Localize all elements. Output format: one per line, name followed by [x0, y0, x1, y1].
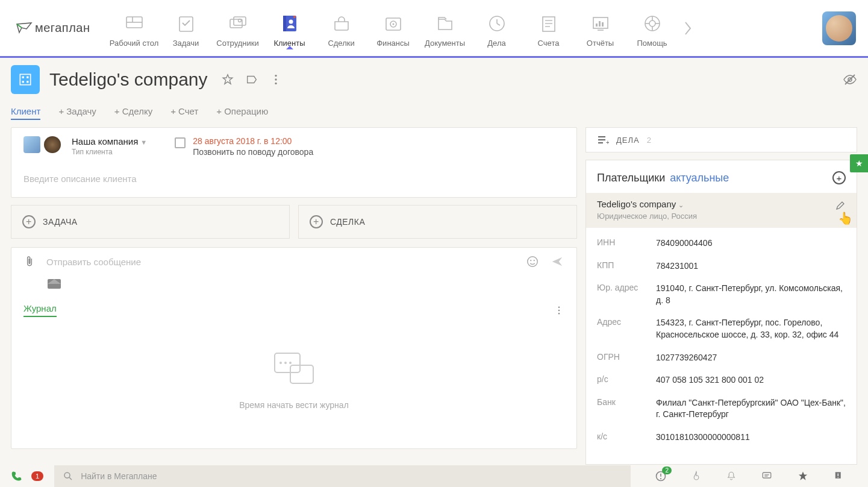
svg-point-67: [838, 477, 839, 479]
svg-point-44: [534, 260, 535, 261]
svg-point-46: [558, 309, 560, 310]
subnav-add-operation[interactable]: + Операцию: [216, 106, 268, 120]
side-star-badge[interactable]: ★: [850, 154, 868, 172]
nav-docs[interactable]: Документы: [419, 0, 471, 48]
create-deal-button[interactable]: + СДЕЛКА: [298, 205, 577, 239]
star-icon[interactable]: [221, 73, 234, 86]
svg-point-47: [558, 313, 560, 314]
svg-point-39: [275, 83, 276, 84]
chat-icon[interactable]: [761, 471, 773, 482]
svg-point-51: [289, 362, 292, 364]
nav-desktop[interactable]: Рабочий стол: [108, 0, 160, 48]
more-icon[interactable]: [269, 73, 283, 86]
add-payer-button[interactable]: +: [832, 171, 846, 184]
global-search[interactable]: Найти в Мегаплане: [54, 465, 631, 487]
user-avatar[interactable]: [822, 11, 856, 45]
svg-rect-62: [763, 473, 771, 478]
nav-employees[interactable]: Сотрудники: [212, 0, 264, 48]
svg-rect-32: [20, 74, 30, 84]
contact-avatars[interactable]: [23, 136, 61, 153]
visibility-off-icon[interactable]: [843, 72, 857, 87]
svg-point-43: [530, 260, 531, 261]
nav-invoices[interactable]: Счета: [523, 0, 575, 48]
task-checkbox[interactable]: [175, 137, 186, 148]
alert-icon[interactable]: 2: [655, 470, 667, 482]
subnav-client[interactable]: Клиент: [11, 106, 40, 120]
svg-rect-33: [22, 77, 24, 78]
payer-selected-row[interactable]: Tedeligo's company ⌄ Юридическое лицо, Р…: [586, 193, 857, 228]
client-description-input[interactable]: Введите описание клиента: [23, 174, 564, 184]
nav-clients[interactable]: Клиенты: [264, 0, 316, 48]
svg-point-27: [649, 20, 655, 27]
flag-icon[interactable]: [833, 470, 844, 482]
bell-icon[interactable]: [726, 470, 737, 482]
tag-icon[interactable]: [245, 73, 258, 86]
svg-rect-23: [599, 21, 601, 27]
subnav-add-deal[interactable]: + Сделку: [114, 106, 152, 120]
company-icon: [11, 65, 40, 94]
nav-reports[interactable]: Отчёты: [575, 0, 626, 48]
page-actions: [221, 73, 283, 86]
journal-empty-state: Время начать вести журнал: [23, 317, 564, 434]
journal-tab[interactable]: Журнал: [23, 303, 57, 317]
detail-row: Юр. адрес191040, г. Санкт-Петербург, ул.…: [597, 283, 846, 306]
svg-point-9: [289, 20, 293, 24]
nav-finance[interactable]: Финансы: [367, 0, 419, 48]
caret-down-icon[interactable]: ▼: [140, 139, 147, 146]
create-task-button[interactable]: + ЗАДАЧА: [11, 205, 290, 239]
chevron-down-icon[interactable]: ⌄: [678, 201, 684, 209]
client-type-label: Тип клиента: [72, 148, 147, 156]
phone-icon[interactable]: [11, 470, 23, 482]
payers-title: Плательщики: [597, 172, 665, 184]
detail-row: КПП784231001: [597, 260, 846, 272]
svg-rect-36: [27, 81, 28, 83]
dela-card[interactable]: + ДЕЛА 2: [585, 127, 857, 152]
task-date[interactable]: 28 августа 2018 г. в 12:00: [193, 136, 313, 146]
journal-more-icon[interactable]: [554, 305, 564, 316]
page-header: Tedeligo's company: [11, 65, 857, 94]
svg-point-38: [275, 78, 276, 80]
svg-point-45: [558, 306, 560, 307]
svg-rect-35: [22, 81, 24, 83]
dela-label: ДЕЛА: [616, 136, 640, 145]
svg-rect-48: [275, 353, 300, 372]
star-solid-icon[interactable]: [797, 470, 809, 482]
topbar: мегаплан Рабочий столЗадачиСотрудникиКли…: [0, 0, 868, 58]
nav-help[interactable]: Помощь: [626, 0, 678, 48]
payers-filter-link[interactable]: актуальные: [670, 172, 729, 184]
svg-line-58: [69, 477, 72, 480]
logo-text: мегаплан: [35, 21, 90, 35]
client-company-name[interactable]: Наша компания: [72, 136, 138, 146]
logo[interactable]: мегаплан: [16, 21, 90, 35]
detail-row: ОГРН1027739260427: [597, 352, 846, 364]
phone-badge: 1: [31, 471, 43, 481]
search-icon: [63, 471, 73, 482]
page-title: Tedeligo's company: [49, 69, 208, 90]
nav-activities[interactable]: Дела: [471, 0, 523, 48]
client-info-card: Наша компания▼ Тип клиента 28 августа 20…: [11, 127, 577, 198]
edit-icon[interactable]: [835, 200, 846, 211]
svg-rect-24: [602, 22, 604, 27]
flame-icon[interactable]: [691, 470, 702, 482]
attachment-icon[interactable]: [23, 255, 36, 268]
svg-point-42: [528, 257, 538, 267]
svg-text:+: +: [606, 139, 609, 145]
subnav-add-invoice[interactable]: + Счет: [170, 106, 198, 120]
plus-icon: +: [310, 215, 323, 228]
svg-point-57: [64, 473, 70, 478]
nav-scroll-right[interactable]: [683, 20, 693, 37]
svg-rect-5: [234, 17, 246, 25]
message-input[interactable]: Отправить сообщение: [46, 257, 515, 267]
bottombar: 1 Найти в Мегаплане 2: [0, 465, 868, 487]
send-icon[interactable]: [550, 255, 564, 268]
nav-deals[interactable]: Сделки: [316, 0, 367, 48]
emoji-icon[interactable]: [526, 255, 539, 268]
payers-card: Плательщики актуальные + Tedeligo's comp…: [585, 160, 857, 465]
mail-icon[interactable]: [48, 279, 61, 289]
subnav-add-task[interactable]: + Задачу: [58, 106, 96, 120]
svg-rect-52: [290, 365, 313, 383]
nav-tasks[interactable]: Задачи: [160, 0, 212, 48]
svg-rect-17: [543, 17, 555, 31]
svg-point-37: [275, 75, 276, 77]
svg-point-50: [284, 362, 287, 364]
